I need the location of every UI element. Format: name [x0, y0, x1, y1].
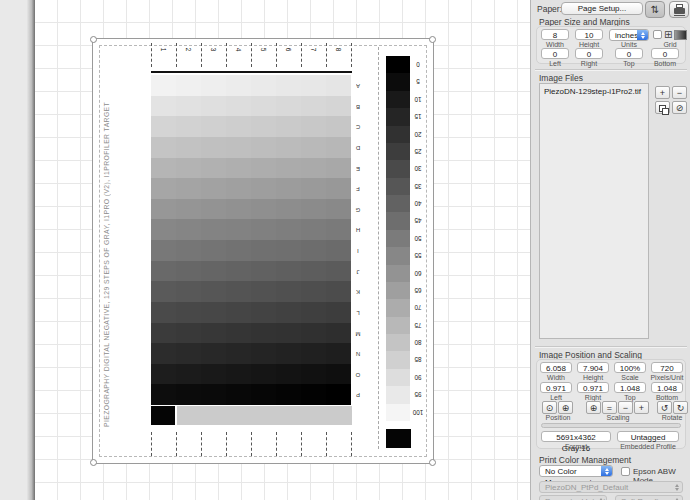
horizontal-scrollbar[interactable] — [541, 423, 681, 428]
wedge-patch — [176, 158, 201, 179]
wedge-patch — [226, 364, 251, 385]
margin-top-field[interactable]: 0 — [615, 48, 643, 59]
wedge-patch — [251, 240, 276, 261]
strip-label: 10 — [411, 91, 425, 108]
epson-abw-checkbox[interactable] — [621, 467, 630, 476]
wedge-patch — [151, 137, 176, 158]
print-button[interactable] — [669, 1, 689, 18]
wedge-row — [151, 384, 351, 405]
strip-label: 0 — [411, 56, 425, 73]
corner-handle[interactable] — [429, 36, 436, 43]
wedge-row — [151, 178, 351, 199]
wedge-patch — [201, 281, 226, 302]
paper-width-field[interactable]: 8 — [541, 29, 569, 40]
corner-handle[interactable] — [90, 459, 97, 466]
wedge-patch — [176, 137, 201, 158]
duplicate-image-button[interactable] — [655, 101, 670, 114]
strip-label: 20 — [411, 126, 425, 143]
pixels-unit-field[interactable]: 720 — [651, 362, 683, 373]
corner-handle[interactable] — [429, 459, 436, 466]
wedge-patch — [226, 261, 251, 282]
column-tick — [176, 43, 177, 67]
wedge-patch — [176, 343, 201, 364]
column-tick — [301, 43, 302, 67]
wedge-patch — [251, 364, 276, 385]
margin-right-field[interactable]: 0 — [575, 48, 603, 59]
strip-label: 45 — [411, 212, 425, 229]
corner-handle[interactable] — [90, 36, 97, 43]
wedge-patch — [326, 240, 351, 261]
wedge-patch — [176, 96, 201, 117]
scale-fit-button[interactable]: ⊕ — [586, 401, 601, 414]
wedge-patch — [151, 199, 176, 220]
grid-darkness-swatch[interactable] — [674, 30, 687, 40]
image-bottom-field[interactable]: 1.048 — [651, 382, 683, 393]
wedge-patch — [326, 178, 351, 199]
image-width-field[interactable]: 6.058 — [540, 362, 572, 373]
image-file-list[interactable]: PiezoDN-129step-i1Pro2.tif — [539, 83, 649, 339]
column-tick — [201, 432, 202, 456]
wedge-patch — [226, 302, 251, 323]
orientation-button[interactable]: ⇅ — [645, 1, 665, 18]
wedge-patch — [226, 137, 251, 158]
wedge-patch — [276, 178, 301, 199]
scale-plus-button[interactable]: + — [634, 401, 649, 414]
wedge-patch — [226, 158, 251, 179]
wedge-patch — [301, 281, 326, 302]
wedge-row — [151, 158, 351, 179]
row-letter: K — [353, 281, 363, 302]
position-center-button[interactable]: ⊙ — [542, 401, 557, 414]
units-popup[interactable]: inches — [609, 29, 649, 41]
wedge-patch — [326, 116, 351, 137]
gray-strip-labels: 0510152025303540455055606570758085909510… — [411, 56, 425, 421]
margin-left-field[interactable]: 0 — [541, 48, 569, 59]
strip-label: 60 — [411, 265, 425, 282]
grid-icon[interactable]: ⊞ — [664, 30, 672, 40]
wedge-row — [151, 343, 351, 364]
scale-factor-field[interactable]: 100% — [614, 362, 646, 373]
row-letter: D — [353, 137, 363, 158]
remove-image-button[interactable]: − — [672, 86, 687, 99]
clear-image-button[interactable]: ⊘ — [672, 101, 687, 114]
duplicate-icon-back — [662, 108, 669, 115]
units-value: inches — [615, 31, 638, 40]
color-management-popup[interactable]: No Color Management — [539, 465, 613, 477]
paper-height-field[interactable]: 10 — [575, 29, 603, 40]
grid-checkbox[interactable] — [653, 30, 662, 39]
page-setup-button[interactable]: Page Setup... — [561, 2, 643, 15]
rotate-cw-button[interactable]: ↻ — [673, 401, 688, 414]
image-height-field[interactable]: 7.904 — [577, 362, 609, 373]
wedge-patch — [301, 364, 326, 385]
paper-page[interactable]: PIEZOGRAPHY DIGITAL NEGATIVE, 129 STEPS … — [92, 38, 434, 464]
rotate-ccw-button[interactable]: ↺ — [657, 401, 672, 414]
wedge-patch — [151, 281, 176, 302]
image-top-field[interactable]: 1.048 — [614, 382, 646, 393]
wedge-patch — [201, 96, 226, 117]
strip-label: 50 — [411, 230, 425, 247]
scale-minus-button[interactable]: − — [618, 401, 633, 414]
row-letter: H — [353, 219, 363, 240]
image-right-field[interactable]: 0.971 — [577, 382, 609, 393]
wedge-patch — [226, 281, 251, 302]
wedge-patch — [251, 384, 276, 405]
wedge-patch — [276, 116, 301, 137]
position-offset-button[interactable]: ⊕ — [558, 401, 573, 414]
wedge-patch — [276, 137, 301, 158]
wedge-patch — [326, 96, 351, 117]
solid-black-patch — [151, 406, 175, 425]
add-image-button[interactable]: + — [655, 86, 670, 99]
image-file-item[interactable]: PiezoDN-129step-i1Pro2.tif — [540, 84, 648, 99]
wedge-patch — [276, 219, 301, 240]
wedge-patch — [251, 137, 276, 158]
pixels-unit-label: Pixels/Unit — [648, 374, 686, 381]
row-letter: G — [353, 199, 363, 220]
page-preview-canvas[interactable]: PIEZOGRAPHY DIGITAL NEGATIVE, 129 STEPS … — [35, 0, 530, 500]
margin-bottom-field[interactable]: 0 — [651, 48, 679, 59]
wedge-patch — [176, 75, 201, 96]
image-left-field[interactable]: 0.971 — [540, 382, 572, 393]
column-number: 5 — [260, 46, 267, 54]
popup-stepper-icon — [637, 30, 648, 40]
column-tick — [226, 432, 227, 456]
strip-label: 55 — [411, 247, 425, 264]
scale-equal-button[interactable]: = — [602, 401, 617, 414]
